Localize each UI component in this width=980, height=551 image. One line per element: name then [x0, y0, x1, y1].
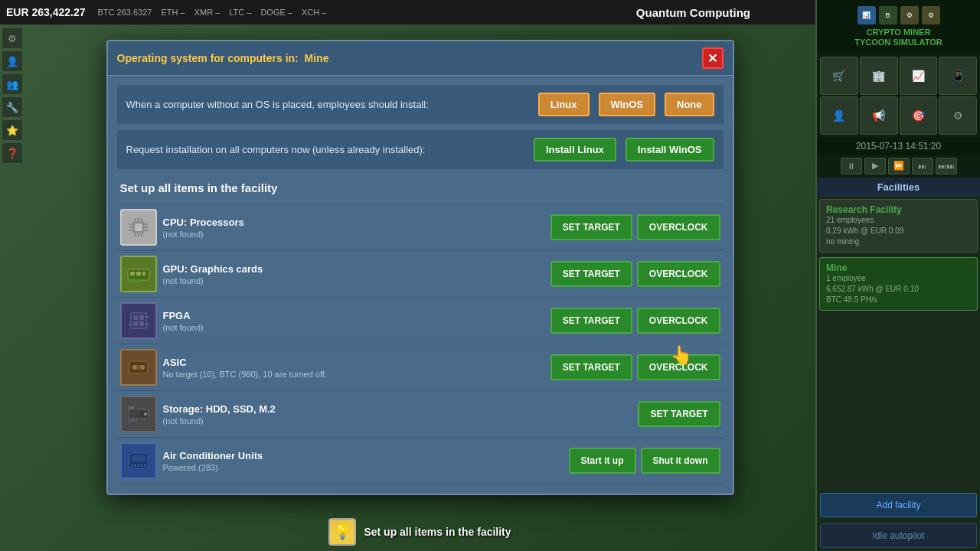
fast-forward-btn[interactable]: ⏩ [888, 158, 910, 174]
storage-row: 3.5" SATA Storage: HDD, SSD, M.2 (not fo… [117, 391, 724, 438]
fpga-info: FPGA (not found) [163, 310, 544, 332]
ac-actions: Start it up Shut it down [569, 448, 720, 474]
storage-set-target-button[interactable]: SET TARGET [638, 401, 720, 427]
facilities-header: Facilities [817, 178, 980, 197]
person-icon-btn[interactable]: 👤 [820, 96, 858, 135]
logo-gear2-icon: ⚙ [922, 6, 940, 24]
logo-b-icon: B [879, 6, 897, 24]
asic-set-target-button[interactable]: SET TARGET [550, 354, 632, 380]
svg-point-35 [144, 412, 147, 416]
none-default-button[interactable]: None [665, 93, 714, 116]
svg-rect-15 [130, 272, 135, 276]
storage-info: Storage: HDD, SSD, M.2 (not found) [163, 403, 632, 425]
logo-text: CRYPTO MINER TYCOON SIMULATOR [854, 28, 942, 47]
left-icon-6[interactable]: ❓ [2, 142, 23, 164]
idle-autopilot-button[interactable]: Idle autopilot [820, 523, 977, 548]
left-icon-1[interactable]: ⚙ [2, 28, 23, 49]
left-icon-4[interactable]: 🔧 [2, 96, 23, 118]
game-title: Quantum Computing [636, 6, 750, 19]
left-icon-5[interactable]: ⭐ [2, 119, 23, 141]
cpu-actions: SET TARGET OVERCLOCK [550, 214, 720, 240]
svg-rect-25 [139, 321, 144, 326]
pause-btn[interactable]: ⏸ [841, 158, 862, 174]
cpu-info: CPU: Processors (not found) [163, 217, 544, 239]
target-icon-btn[interactable]: 🎯 [900, 96, 938, 135]
faster-btn[interactable]: ⏭ [912, 158, 933, 174]
ac-status: Powered (283) [163, 463, 563, 472]
left-icon-3[interactable]: 👥 [2, 73, 23, 95]
cpu-name: CPU: Processors [163, 217, 544, 228]
linux-default-button[interactable]: Linux [538, 93, 590, 116]
left-toolbar: ⚙ 👤 👥 🔧 ⭐ ❓ [0, 24, 24, 167]
logo-chart-icon: 📊 [858, 6, 876, 24]
asic-row: ASIC No target (10), BTC (980), 10 are t… [117, 344, 724, 391]
settings-icon-btn[interactable]: ⚙ [939, 96, 977, 135]
winos-default-button[interactable]: WinOS [599, 93, 656, 116]
fpga-status: (not found) [163, 323, 544, 332]
left-icon-2[interactable]: 👤 [2, 51, 23, 72]
megaphone-icon-btn[interactable]: 📢 [860, 96, 898, 135]
install-winos-button[interactable]: Install WinOS [626, 138, 714, 161]
svg-rect-17 [142, 272, 145, 276]
os-install-label: Request installation on all computers no… [126, 144, 524, 155]
install-linux-button[interactable]: Install Linux [534, 138, 616, 161]
currency-display: EUR 263,422.27 [6, 6, 86, 18]
right-panel-header: 📊 B ⚙ ⚙ CRYPTO MINER TYCOON SIMULATOR [817, 0, 980, 54]
modal-body: When a computer without an OS is placed,… [108, 76, 733, 494]
gpu-name: GPU: Graphics cards [163, 263, 544, 275]
svg-rect-22 [133, 315, 138, 320]
playback-controls: ⏸ ▶ ⏩ ⏭ ⏭⏭ [817, 155, 980, 178]
facility-mine[interactable]: Mine 1 employee 6,652.87 kWh @ EUR 0.10 … [819, 257, 978, 311]
asic-info: ASIC No target (10), BTC (980), 10 are t… [163, 357, 544, 379]
modal-close-button[interactable]: ✕ [702, 47, 724, 69]
storage-status: (not found) [163, 416, 632, 425]
modal-title-prefix: Operating system for computers in: [117, 52, 299, 64]
datetime-display: 2015-07-13 14:51:20 [817, 138, 980, 155]
svg-rect-42 [132, 455, 145, 461]
ac-start-button[interactable]: Start it up [569, 448, 636, 474]
asic-name: ASIC [163, 357, 544, 368]
mine-facility-hashrate: BTC 48.5 PH/s [826, 295, 971, 305]
modal-overlay: Operating system for computers in: Mine … [24, 24, 815, 551]
ltc-price: LTC – [229, 8, 251, 17]
fpga-set-target-button[interactable]: SET TARGET [550, 308, 632, 334]
fpga-actions: SET TARGET OVERCLOCK [550, 308, 720, 334]
ac-shutdown-button[interactable]: Shut it down [641, 448, 720, 474]
fastest-btn[interactable]: ⏭⏭ [936, 158, 957, 174]
ac-info: Air Conditioner Units Powered (283) [163, 450, 563, 472]
btc-price: BTC 263.6327 [98, 8, 152, 17]
doge-price: DOGE – [260, 8, 292, 17]
os-settings-modal: Operating system for computers in: Mine … [106, 40, 734, 495]
svg-text:SATA: SATA [128, 418, 138, 422]
modal-title: Operating system for computers in: Mine [117, 52, 329, 64]
research-facility-kwh: 0.29 kWh @ EUR 0.09 [826, 226, 971, 236]
ac-row: Air Conditioner Units Powered (283) Star… [117, 438, 724, 484]
gpu-info: GPU: Graphics cards (not found) [163, 263, 544, 285]
facility-research[interactable]: Research Facility 21 employees 0.29 kWh … [819, 199, 978, 253]
cpu-set-target-button[interactable]: SET TARGET [550, 214, 632, 240]
logo-gear1-icon: ⚙ [900, 6, 919, 24]
gpu-actions: SET TARGET OVERCLOCK [550, 261, 720, 287]
cpu-overclock-button[interactable]: OVERCLOCK [637, 214, 720, 240]
play-btn[interactable]: ▶ [864, 158, 886, 174]
gpu-set-target-button[interactable]: SET TARGET [550, 261, 632, 287]
gpu-icon [120, 256, 157, 292]
cpu-row: CPU: Processors (not found) SET TARGET O… [117, 204, 724, 251]
gpu-status: (not found) [163, 276, 544, 285]
phone-icon-btn[interactable]: 📱 [939, 57, 977, 95]
svg-text:3.5": 3.5" [128, 406, 135, 410]
mine-facility-employees: 1 employee [826, 273, 971, 284]
asic-overclock-button[interactable]: OVERCLOCK [637, 354, 720, 380]
svg-rect-16 [136, 272, 141, 276]
shop-icon-btn[interactable]: 🛒 [820, 57, 858, 95]
svg-rect-23 [139, 315, 144, 320]
stats-icon-btn[interactable]: 📈 [900, 57, 938, 95]
add-facility-button[interactable]: Add facility [820, 493, 977, 517]
xch-price: XCH – [302, 8, 326, 17]
building-icon-btn[interactable]: 🏢 [860, 57, 898, 95]
gpu-overclock-button[interactable]: OVERCLOCK [637, 261, 720, 287]
fpga-overclock-button[interactable]: OVERCLOCK [637, 308, 720, 334]
cpu-icon [120, 209, 157, 246]
storage-name: Storage: HDD, SSD, M.2 [163, 403, 632, 415]
fpga-icon [120, 302, 157, 339]
